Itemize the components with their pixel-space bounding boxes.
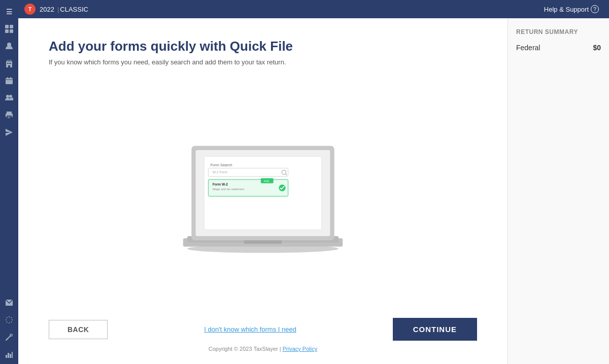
svg-rect-27 <box>8 353 9 358</box>
privacy-policy-link[interactable]: Privacy Policy <box>283 346 317 352</box>
gear-icon[interactable] <box>2 312 17 327</box>
topbar-year: 2022 <box>40 6 54 13</box>
print-icon[interactable] <box>2 107 17 123</box>
svg-rect-11 <box>7 77 8 79</box>
svg-rect-6 <box>7 63 8 64</box>
building-icon[interactable] <box>2 56 17 71</box>
dont-know-link[interactable]: I don't know which forms I need <box>204 325 296 333</box>
svg-rect-3 <box>10 29 13 33</box>
svg-text:Form Search: Form Search <box>211 162 232 167</box>
footer-buttons: BACK I don't know which forms I need CON… <box>49 310 477 341</box>
svg-marker-20 <box>6 129 13 136</box>
svg-rect-18 <box>8 117 11 117</box>
svg-rect-1 <box>10 25 13 28</box>
main-wrapper: T 2022 | CLASSIC Help & Support ? Add yo… <box>18 0 609 364</box>
svg-rect-12 <box>10 77 11 79</box>
svg-rect-10 <box>6 78 13 84</box>
illustration-container: Form Search W-2 Form Form W-2 Wage and t… <box>49 78 477 310</box>
topbar-mode: CLASSIC <box>60 6 88 13</box>
svg-rect-7 <box>9 63 10 64</box>
tools-icon[interactable] <box>2 330 17 345</box>
svg-rect-28 <box>10 354 11 358</box>
svg-text:Wage and tax statement: Wage and tax statement <box>213 187 245 190</box>
svg-point-24 <box>10 334 12 336</box>
svg-point-14 <box>9 95 12 98</box>
svg-text:Add: Add <box>264 179 269 183</box>
back-button[interactable]: BACK <box>49 320 108 339</box>
svg-text:W-2 Form: W-2 Form <box>213 170 228 174</box>
user-icon[interactable] <box>2 39 17 54</box>
dashboard-icon[interactable] <box>2 21 17 37</box>
help-icon: ? <box>591 5 599 13</box>
sidebar: ☰ <box>0 0 18 364</box>
people-icon[interactable] <box>2 90 17 105</box>
panel-title: RETURN SUMMARY <box>516 28 601 35</box>
menu-icon[interactable]: ☰ <box>2 4 17 19</box>
federal-row: Federal $0 <box>516 44 601 52</box>
svg-rect-56 <box>244 240 282 244</box>
topbar-separator: | <box>57 6 59 13</box>
svg-rect-26 <box>6 355 7 358</box>
page-subtitle: If you know which forms you need, easily… <box>49 58 477 66</box>
mail-icon[interactable] <box>2 295 17 310</box>
content-row: Add your forms quickly with Quick File I… <box>18 18 609 364</box>
main-content: Add your forms quickly with Quick File I… <box>18 18 507 364</box>
copyright-text: Copyright © 2023 TaxSlayer | Privacy Pol… <box>49 341 477 354</box>
chart-icon[interactable] <box>2 347 17 362</box>
copyright-label: Copyright © 2023 TaxSlayer | <box>209 346 283 352</box>
svg-point-13 <box>6 95 9 98</box>
svg-rect-2 <box>5 29 9 33</box>
help-label: Help & Support <box>544 6 589 13</box>
calendar-icon[interactable] <box>2 73 17 88</box>
svg-point-22 <box>8 319 11 321</box>
laptop-illustration: Form Search W-2 Form Form W-2 Wage and t… <box>156 133 369 255</box>
svg-rect-29 <box>12 352 13 358</box>
right-panel: RETURN SUMMARY Federal $0 <box>507 18 609 364</box>
svg-rect-0 <box>5 25 9 28</box>
svg-rect-9 <box>8 65 10 67</box>
federal-label: Federal <box>516 44 540 52</box>
continue-button[interactable]: CONTINUE <box>393 318 477 341</box>
svg-rect-19 <box>8 118 10 118</box>
page-title: Add your forms quickly with Quick File <box>49 39 477 54</box>
topbar: T 2022 | CLASSIC Help & Support ? <box>18 0 609 18</box>
svg-rect-8 <box>10 63 11 64</box>
send-icon[interactable] <box>2 125 17 140</box>
svg-line-25 <box>6 338 8 341</box>
federal-amount: $0 <box>593 44 601 52</box>
svg-text:Form W-2: Form W-2 <box>213 182 228 186</box>
app-logo: T <box>24 4 36 15</box>
help-support-link[interactable]: Help & Support ? <box>544 5 599 13</box>
